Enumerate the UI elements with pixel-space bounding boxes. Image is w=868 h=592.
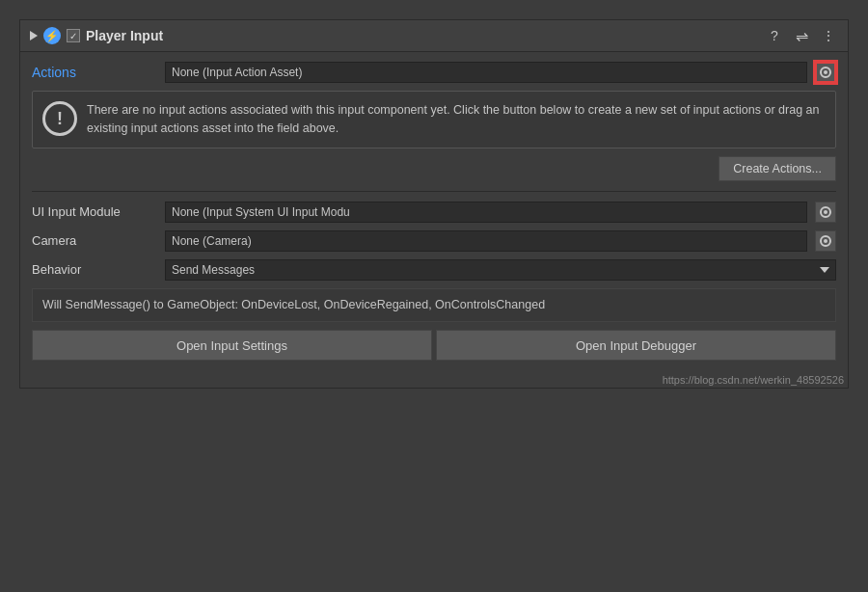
camera-value: None (Camera) — [172, 234, 800, 248]
actions-row: Actions None (Input Action Asset) — [32, 62, 836, 83]
panel-content: Actions None (Input Action Asset) ! Ther… — [20, 52, 848, 370]
watermark: https://blog.csdn.net/werkin_48592526 — [20, 370, 848, 388]
ui-input-module-value: None (Input System UI Input Modu — [172, 205, 800, 219]
warning-box: ! There are no input actions associated … — [32, 91, 836, 148]
ui-input-module-pick-button[interactable] — [815, 202, 836, 223]
dropdown-arrow-icon — [820, 267, 829, 273]
watermark-text: https://blog.csdn.net/werkin_48592526 — [663, 374, 844, 386]
create-actions-row: Create Actions... — [32, 156, 836, 181]
description-box: Will SendMessage() to GameObject: OnDevi… — [32, 288, 836, 323]
behavior-dropdown[interactable]: Send Messages — [165, 259, 836, 281]
actions-pick-button[interactable] — [815, 62, 836, 83]
camera-input[interactable]: None (Camera) — [165, 230, 807, 252]
camera-pick-button[interactable] — [815, 230, 836, 252]
actions-value: None (Input Action Asset) — [172, 66, 800, 79]
behavior-label: Behavior — [32, 262, 157, 277]
fold-arrow-icon[interactable] — [30, 31, 38, 40]
panel-header: ⚡ Player Input ? ⇌ ⋮ — [20, 20, 848, 52]
camera-row: Camera None (Camera) — [32, 230, 836, 252]
divider-1 — [32, 191, 836, 192]
open-input-debugger-button[interactable]: Open Input Debugger — [436, 330, 836, 361]
warning-text: There are no input actions associated wi… — [87, 101, 826, 138]
behavior-value: Send Messages — [172, 263, 820, 277]
panel-title: Player Input — [86, 28, 759, 43]
menu-icon[interactable]: ⋮ — [819, 26, 838, 45]
actions-label: Actions — [32, 65, 157, 80]
camera-pick-icon — [820, 235, 831, 247]
behavior-row: Behavior Send Messages — [32, 259, 836, 281]
warning-icon: ! — [42, 101, 77, 136]
actions-pick-icon — [820, 67, 831, 78]
help-icon[interactable]: ? — [765, 26, 784, 45]
bolt-icon: ⚡ — [43, 27, 61, 44]
create-actions-button[interactable]: Create Actions... — [719, 156, 836, 181]
ui-input-module-pick-icon — [820, 206, 831, 218]
bottom-buttons-row: Open Input Settings Open Input Debugger — [32, 330, 836, 361]
ui-input-module-input[interactable]: None (Input System UI Input Modu — [165, 202, 807, 223]
description-text: Will SendMessage() to GameObject: OnDevi… — [42, 298, 545, 311]
camera-label: Camera — [32, 233, 157, 248]
enabled-checkbox[interactable] — [67, 29, 80, 42]
actions-input[interactable]: None (Input Action Asset) — [165, 62, 807, 83]
inspector-panel: ⚡ Player Input ? ⇌ ⋮ Actions None (Input… — [19, 19, 849, 389]
open-input-settings-button[interactable]: Open Input Settings — [32, 330, 432, 361]
ui-input-module-label: UI Input Module — [32, 204, 157, 219]
sliders-icon[interactable]: ⇌ — [792, 26, 811, 45]
header-icons: ? ⇌ ⋮ — [765, 26, 838, 45]
ui-input-module-row: UI Input Module None (Input System UI In… — [32, 202, 836, 223]
